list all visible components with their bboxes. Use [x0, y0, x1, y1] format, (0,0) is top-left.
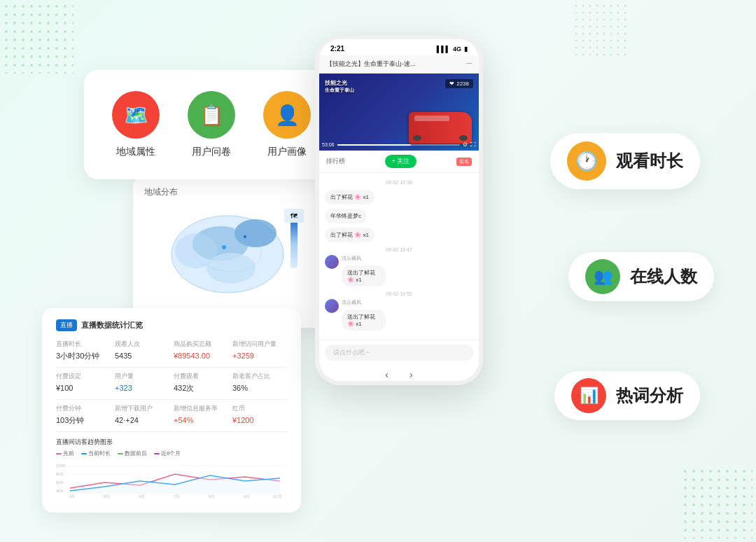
phone-bottom-bar: ‹ › — [319, 365, 479, 384]
feature-icons-card: 🗺️ 地域属性 📋 用户问卷 👤 用户画像 — [84, 70, 339, 179]
svg-text:5月: 5月 — [104, 494, 110, 499]
stat-fee-label: 付费设定 — [56, 372, 111, 381]
svg-text:8月: 8月 — [209, 494, 215, 499]
feature-item-region[interactable]: 🗺️ 地域属性 — [112, 91, 160, 158]
online-count-label: 在线人数 — [630, 265, 697, 288]
svg-point-12 — [222, 245, 226, 249]
phone-actions: 排行榜 + 关注 实名 — [319, 151, 479, 173]
svg-rect-11 — [290, 219, 298, 268]
stat-coins-val: ¥1200 — [232, 416, 254, 424]
video-controls: 53:06 ⚙ ⛶ — [322, 141, 476, 148]
stat-service-rate-val: +54% — [174, 416, 193, 424]
stats-row-1: 直播时长 3小时30分钟 观看人次 5435 商品购买总额 ¥89543.00 … — [56, 340, 287, 361]
users-icon: 👥 — [594, 267, 612, 286]
follow-button[interactable]: + 关注 — [385, 155, 417, 168]
stat-duration-label: 直播时长 — [56, 340, 111, 349]
chat-user-row-2: 流云藏凤 送出了鲜花 🌸 x1 — [325, 299, 473, 333]
chat-username-1: 流云藏凤 — [342, 255, 397, 262]
map-svg-container: 🗺 — [144, 205, 318, 303]
stat-pay-min-label: 付费分钟 — [56, 404, 111, 413]
progress-bar-track — [337, 144, 460, 146]
stat-pay-min: 付费分钟 103分钟 — [56, 404, 111, 426]
svg-text:1000: 1000 — [56, 464, 66, 468]
svg-text:4月: 4月 — [69, 494, 75, 499]
portrait-label: 用户画像 — [267, 146, 307, 158]
chat-avatar-1 — [325, 255, 339, 269]
stat-new-users: 新增访问用户量 +3259 — [232, 340, 287, 361]
svg-text:10月: 10月 — [273, 494, 282, 499]
svg-text:7月: 7月 — [174, 494, 180, 499]
stat-coins-label: 红币 — [232, 404, 287, 413]
map-card-title: 地域分布 — [144, 186, 318, 198]
phone-mockup: 2:21 ▌▌▌ 4G ▮ 【技能之光】生命重于泰山-速... ··· 技能之光… — [315, 35, 483, 385]
chat-area: 06-02 19:38 出了鲜花 🌸 x1 年华终是梦c 出了鲜花 🌸 x1 0… — [319, 173, 479, 340]
stat-user-count-val: +323 — [115, 384, 132, 392]
video-title-overlay: 技能之光生命重于泰山 — [325, 79, 354, 94]
stat-fee-val: ¥100 — [56, 384, 73, 392]
line-chart-svg: 1000 800 600 400 4月 5月 6月 7月 8月 9月 10月 — [56, 460, 287, 499]
region-label: 地域属性 — [116, 146, 155, 158]
stat-pay-min-val: 103分钟 — [56, 416, 84, 424]
stats-badge: 直播 — [56, 319, 77, 331]
battery-icon: ▮ — [464, 46, 468, 53]
chart-icon: 📊 — [580, 387, 598, 405]
stats-row-3: 付费分钟 103分钟 新增下载用户 42·+24 新增信息服务率 +54% 红币… — [56, 404, 287, 426]
progress-bar-fill — [337, 144, 411, 146]
svg-rect-5 — [574, 4, 630, 60]
clock-icon: 🕐 — [575, 151, 598, 172]
stat-viewers-label: 观看人次 — [115, 340, 169, 349]
network-type: 4G — [453, 46, 461, 53]
chat-user-row-1: 流云藏凤 送出了鲜花 🌸 x1 — [325, 255, 473, 289]
phone-input-field[interactable]: 说点什么吧～ — [325, 345, 473, 361]
phone-input-bar: 说点什么吧～ — [319, 340, 479, 365]
stats-header: 直播 直播数据统计汇览 — [56, 319, 287, 331]
feature-item-questionnaire[interactable]: 📋 用户问卷 — [188, 91, 235, 158]
notification-menu: ··· — [466, 60, 472, 69]
chart-legend: 先前 当前时长 数据前后 近6个月 — [56, 450, 287, 457]
stat-coins: 红币 ¥1200 — [232, 404, 287, 426]
svg-text:6月: 6月 — [139, 494, 145, 499]
chat-date-2: 06-02 19:47 — [325, 247, 473, 252]
nav-forward[interactable]: › — [410, 369, 413, 380]
badge-online-count: 👥 在线人数 — [568, 252, 714, 301]
stat-new-users-val: +3259 — [232, 352, 254, 360]
phone-notification: 【技能之光】生命重于泰山-速... ··· — [319, 55, 479, 74]
svg-text:400: 400 — [56, 489, 64, 493]
fullscreen-icon: ⛶ — [470, 141, 476, 148]
video-count: ❤ 2238 — [445, 79, 473, 88]
nav-back[interactable]: ‹ — [385, 369, 388, 380]
watch-time-label: 观看时长 — [616, 150, 683, 172]
stat-viewers: 观看人次 5435 — [115, 340, 169, 361]
stat-duration: 直播时长 3小时30分钟 — [56, 340, 111, 361]
map-card: 地域分布 — [133, 175, 329, 328]
badge-watch-time: 🕐 观看时长 — [550, 133, 700, 189]
portrait-icon: 👤 — [275, 104, 300, 127]
questionnaire-icon: 📋 — [200, 104, 224, 127]
signal-icon: ▌▌▌ — [437, 46, 450, 53]
questionnaire-label: 用户问卷 — [192, 146, 231, 158]
stat-sales: 商品购买总额 ¥89543.00 — [174, 340, 228, 361]
ranking-text: 排行榜 — [326, 157, 345, 166]
stat-viewers-val: 5435 — [115, 352, 132, 360]
phone-time: 2:21 — [330, 45, 344, 53]
stat-new-dl: 新增下载用户 42·+24 — [115, 404, 169, 426]
stat-pay-views: 付费观看 432次 — [174, 372, 228, 394]
region-icon: 🗺️ — [124, 104, 148, 127]
map-thumbnail: 🗺 — [284, 209, 304, 223]
stat-pay-views-label: 付费观看 — [174, 372, 228, 381]
chat-msg-2: 年华终是梦c — [325, 207, 473, 225]
chat-date-1: 06-02 19:38 — [325, 180, 473, 185]
chart-title: 直播间访客趋势图形 — [56, 438, 287, 447]
stats-card: 直播 直播数据统计汇览 直播时长 3小时30分钟 观看人次 5435 商品购买总… — [42, 308, 301, 513]
chat-avatar-2 — [325, 299, 339, 313]
stat-duration-val: 3小时30分钟 — [56, 352, 99, 360]
svg-point-10 — [175, 233, 217, 268]
stat-sales-val: ¥89543.00 — [174, 352, 210, 360]
phone-status-icons: ▌▌▌ 4G ▮ — [437, 46, 468, 53]
stat-user-count-label: 用户量 — [115, 372, 169, 381]
phone-video-thumb[interactable]: 技能之光生命重于泰山 ❤ 2238 53:06 ⚙ ⛶ — [319, 74, 479, 151]
feature-item-portrait[interactable]: 👤 用户画像 — [263, 91, 311, 158]
badge-hot-words: 📊 热词分析 — [554, 371, 700, 420]
region-icon-circle: 🗺️ — [112, 91, 160, 139]
hot-words-label: 热词分析 — [616, 384, 683, 407]
